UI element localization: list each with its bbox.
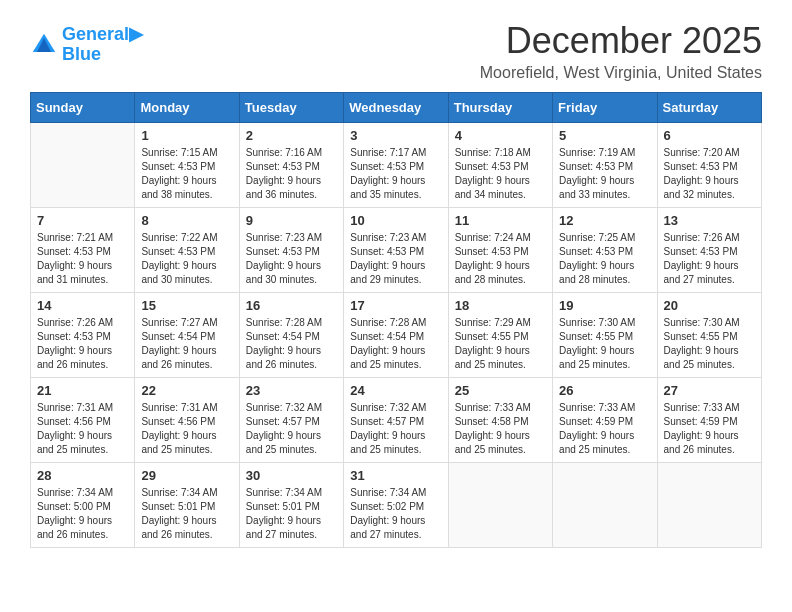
day-number: 1 bbox=[141, 128, 232, 143]
day-info: Sunrise: 7:31 AMSunset: 4:56 PMDaylight:… bbox=[141, 401, 232, 457]
day-info: Sunrise: 7:30 AMSunset: 4:55 PMDaylight:… bbox=[664, 316, 755, 372]
location-subtitle: Moorefield, West Virginia, United States bbox=[480, 64, 762, 82]
calendar-cell: 1Sunrise: 7:15 AMSunset: 4:53 PMDaylight… bbox=[135, 123, 239, 208]
weekday-header-thursday: Thursday bbox=[448, 93, 552, 123]
calendar-cell: 17Sunrise: 7:28 AMSunset: 4:54 PMDayligh… bbox=[344, 293, 448, 378]
day-info: Sunrise: 7:33 AMSunset: 4:59 PMDaylight:… bbox=[559, 401, 650, 457]
day-number: 22 bbox=[141, 383, 232, 398]
calendar-cell: 18Sunrise: 7:29 AMSunset: 4:55 PMDayligh… bbox=[448, 293, 552, 378]
day-info: Sunrise: 7:32 AMSunset: 4:57 PMDaylight:… bbox=[350, 401, 441, 457]
day-number: 28 bbox=[37, 468, 128, 483]
day-info: Sunrise: 7:26 AMSunset: 4:53 PMDaylight:… bbox=[37, 316, 128, 372]
weekday-header-tuesday: Tuesday bbox=[239, 93, 343, 123]
day-info: Sunrise: 7:33 AMSunset: 4:58 PMDaylight:… bbox=[455, 401, 546, 457]
calendar-cell: 30Sunrise: 7:34 AMSunset: 5:01 PMDayligh… bbox=[239, 463, 343, 548]
week-row-3: 14Sunrise: 7:26 AMSunset: 4:53 PMDayligh… bbox=[31, 293, 762, 378]
calendar-cell: 20Sunrise: 7:30 AMSunset: 4:55 PMDayligh… bbox=[657, 293, 761, 378]
calendar-cell bbox=[448, 463, 552, 548]
calendar-cell bbox=[553, 463, 657, 548]
day-info: Sunrise: 7:32 AMSunset: 4:57 PMDaylight:… bbox=[246, 401, 337, 457]
calendar-cell: 23Sunrise: 7:32 AMSunset: 4:57 PMDayligh… bbox=[239, 378, 343, 463]
logo-blue: ▶ bbox=[129, 24, 143, 44]
day-number: 20 bbox=[664, 298, 755, 313]
calendar-header-row: SundayMondayTuesdayWednesdayThursdayFrid… bbox=[31, 93, 762, 123]
calendar-cell: 14Sunrise: 7:26 AMSunset: 4:53 PMDayligh… bbox=[31, 293, 135, 378]
page-header: General▶ Blue December 2025 Moorefield, … bbox=[30, 20, 762, 82]
logo-text: General▶ Blue bbox=[62, 25, 143, 65]
week-row-4: 21Sunrise: 7:31 AMSunset: 4:56 PMDayligh… bbox=[31, 378, 762, 463]
weekday-header-wednesday: Wednesday bbox=[344, 93, 448, 123]
week-row-5: 28Sunrise: 7:34 AMSunset: 5:00 PMDayligh… bbox=[31, 463, 762, 548]
week-row-1: 1Sunrise: 7:15 AMSunset: 4:53 PMDaylight… bbox=[31, 123, 762, 208]
day-info: Sunrise: 7:25 AMSunset: 4:53 PMDaylight:… bbox=[559, 231, 650, 287]
calendar-cell: 21Sunrise: 7:31 AMSunset: 4:56 PMDayligh… bbox=[31, 378, 135, 463]
weekday-header-sunday: Sunday bbox=[31, 93, 135, 123]
calendar-cell: 10Sunrise: 7:23 AMSunset: 4:53 PMDayligh… bbox=[344, 208, 448, 293]
calendar-cell: 7Sunrise: 7:21 AMSunset: 4:53 PMDaylight… bbox=[31, 208, 135, 293]
day-info: Sunrise: 7:22 AMSunset: 4:53 PMDaylight:… bbox=[141, 231, 232, 287]
weekday-header-saturday: Saturday bbox=[657, 93, 761, 123]
logo-line1: General bbox=[62, 24, 129, 44]
day-info: Sunrise: 7:29 AMSunset: 4:55 PMDaylight:… bbox=[455, 316, 546, 372]
day-number: 24 bbox=[350, 383, 441, 398]
day-info: Sunrise: 7:34 AMSunset: 5:01 PMDaylight:… bbox=[246, 486, 337, 542]
day-number: 25 bbox=[455, 383, 546, 398]
day-number: 19 bbox=[559, 298, 650, 313]
month-year-title: December 2025 bbox=[480, 20, 762, 62]
day-number: 2 bbox=[246, 128, 337, 143]
calendar-cell: 24Sunrise: 7:32 AMSunset: 4:57 PMDayligh… bbox=[344, 378, 448, 463]
day-number: 27 bbox=[664, 383, 755, 398]
day-info: Sunrise: 7:31 AMSunset: 4:56 PMDaylight:… bbox=[37, 401, 128, 457]
day-number: 9 bbox=[246, 213, 337, 228]
calendar-cell: 19Sunrise: 7:30 AMSunset: 4:55 PMDayligh… bbox=[553, 293, 657, 378]
day-info: Sunrise: 7:28 AMSunset: 4:54 PMDaylight:… bbox=[350, 316, 441, 372]
day-number: 21 bbox=[37, 383, 128, 398]
calendar-cell: 6Sunrise: 7:20 AMSunset: 4:53 PMDaylight… bbox=[657, 123, 761, 208]
calendar-cell: 28Sunrise: 7:34 AMSunset: 5:00 PMDayligh… bbox=[31, 463, 135, 548]
day-number: 4 bbox=[455, 128, 546, 143]
calendar-cell: 16Sunrise: 7:28 AMSunset: 4:54 PMDayligh… bbox=[239, 293, 343, 378]
calendar-cell: 3Sunrise: 7:17 AMSunset: 4:53 PMDaylight… bbox=[344, 123, 448, 208]
calendar-cell: 25Sunrise: 7:33 AMSunset: 4:58 PMDayligh… bbox=[448, 378, 552, 463]
calendar-cell: 22Sunrise: 7:31 AMSunset: 4:56 PMDayligh… bbox=[135, 378, 239, 463]
calendar-cell: 2Sunrise: 7:16 AMSunset: 4:53 PMDaylight… bbox=[239, 123, 343, 208]
calendar-cell: 13Sunrise: 7:26 AMSunset: 4:53 PMDayligh… bbox=[657, 208, 761, 293]
calendar-cell: 27Sunrise: 7:33 AMSunset: 4:59 PMDayligh… bbox=[657, 378, 761, 463]
day-number: 11 bbox=[455, 213, 546, 228]
day-info: Sunrise: 7:19 AMSunset: 4:53 PMDaylight:… bbox=[559, 146, 650, 202]
day-number: 10 bbox=[350, 213, 441, 228]
day-info: Sunrise: 7:27 AMSunset: 4:54 PMDaylight:… bbox=[141, 316, 232, 372]
calendar-cell bbox=[657, 463, 761, 548]
calendar-cell: 15Sunrise: 7:27 AMSunset: 4:54 PMDayligh… bbox=[135, 293, 239, 378]
day-info: Sunrise: 7:28 AMSunset: 4:54 PMDaylight:… bbox=[246, 316, 337, 372]
day-number: 6 bbox=[664, 128, 755, 143]
calendar-cell: 26Sunrise: 7:33 AMSunset: 4:59 PMDayligh… bbox=[553, 378, 657, 463]
day-info: Sunrise: 7:30 AMSunset: 4:55 PMDaylight:… bbox=[559, 316, 650, 372]
calendar-cell: 29Sunrise: 7:34 AMSunset: 5:01 PMDayligh… bbox=[135, 463, 239, 548]
day-info: Sunrise: 7:23 AMSunset: 4:53 PMDaylight:… bbox=[246, 231, 337, 287]
day-number: 15 bbox=[141, 298, 232, 313]
day-info: Sunrise: 7:20 AMSunset: 4:53 PMDaylight:… bbox=[664, 146, 755, 202]
calendar-table: SundayMondayTuesdayWednesdayThursdayFrid… bbox=[30, 92, 762, 548]
calendar-cell: 8Sunrise: 7:22 AMSunset: 4:53 PMDaylight… bbox=[135, 208, 239, 293]
title-section: December 2025 Moorefield, West Virginia,… bbox=[480, 20, 762, 82]
day-info: Sunrise: 7:26 AMSunset: 4:53 PMDaylight:… bbox=[664, 231, 755, 287]
day-info: Sunrise: 7:34 AMSunset: 5:02 PMDaylight:… bbox=[350, 486, 441, 542]
day-info: Sunrise: 7:21 AMSunset: 4:53 PMDaylight:… bbox=[37, 231, 128, 287]
day-info: Sunrise: 7:17 AMSunset: 4:53 PMDaylight:… bbox=[350, 146, 441, 202]
week-row-2: 7Sunrise: 7:21 AMSunset: 4:53 PMDaylight… bbox=[31, 208, 762, 293]
day-number: 26 bbox=[559, 383, 650, 398]
logo-icon bbox=[30, 31, 58, 59]
day-info: Sunrise: 7:16 AMSunset: 4:53 PMDaylight:… bbox=[246, 146, 337, 202]
calendar-cell: 5Sunrise: 7:19 AMSunset: 4:53 PMDaylight… bbox=[553, 123, 657, 208]
day-info: Sunrise: 7:24 AMSunset: 4:53 PMDaylight:… bbox=[455, 231, 546, 287]
calendar-cell: 11Sunrise: 7:24 AMSunset: 4:53 PMDayligh… bbox=[448, 208, 552, 293]
calendar-cell: 4Sunrise: 7:18 AMSunset: 4:53 PMDaylight… bbox=[448, 123, 552, 208]
day-info: Sunrise: 7:23 AMSunset: 4:53 PMDaylight:… bbox=[350, 231, 441, 287]
day-number: 13 bbox=[664, 213, 755, 228]
weekday-header-friday: Friday bbox=[553, 93, 657, 123]
day-info: Sunrise: 7:34 AMSunset: 5:00 PMDaylight:… bbox=[37, 486, 128, 542]
day-number: 8 bbox=[141, 213, 232, 228]
day-number: 3 bbox=[350, 128, 441, 143]
day-number: 31 bbox=[350, 468, 441, 483]
